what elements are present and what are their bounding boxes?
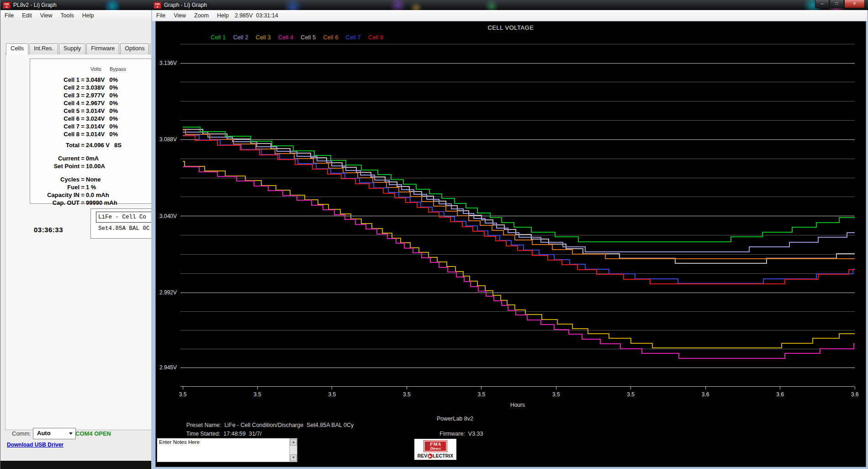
readout-value: 99990 mAh	[86, 199, 117, 207]
readout-row: Cell 2=3.038V0%	[32, 84, 152, 91]
menu-file[interactable]: File	[152, 11, 169, 20]
readout-extra: 8S	[114, 141, 122, 149]
readout-value: None	[86, 176, 101, 183]
scroll-up-icon[interactable]: ▲	[290, 439, 297, 446]
preset-name-field[interactable]: LiFe - Cell Co	[96, 212, 152, 223]
x-axis-label: 3.6	[851, 391, 859, 398]
readout-rows: Cell 1=3.048V0%Cell 2=3.038V0%Cell 3=2.9…	[32, 76, 152, 207]
readout-extra: 0%	[109, 99, 118, 107]
comm-port-dropdown[interactable]: Auto	[33, 428, 76, 439]
readout-label: Cell 5	[32, 107, 79, 115]
download-usb-driver-link[interactable]: Download USB Driver	[7, 442, 64, 448]
pl8v2-body: CellsInt.Res.SupplyFirmwareOptionsPreset…	[0, 21, 152, 461]
equals-sign: =	[79, 183, 86, 191]
readout-row: Cell 6=3.024V0%	[32, 115, 152, 123]
equals-sign: =	[79, 84, 86, 91]
comm-label: Comm:	[12, 430, 31, 437]
menu-file[interactable]: File	[0, 11, 18, 20]
x-axis-label: 3.5	[627, 391, 635, 398]
live-voltage-time-status: 2.985V 03:31:14	[233, 11, 280, 20]
x-axis-title: Hours	[510, 402, 525, 408]
readout-label: Cell 8	[32, 130, 79, 138]
readout-value: 24.096 V	[86, 141, 110, 149]
x-axis-label: 3.5	[179, 391, 187, 398]
readout-label: Current	[32, 155, 79, 162]
menu-help[interactable]: Help	[213, 11, 233, 20]
y-axis-label: 3.136V	[159, 60, 177, 66]
readout-value: 3.024V	[86, 115, 105, 123]
taskbar-edge	[0, 461, 152, 469]
readout-value: 3.014V	[86, 123, 105, 130]
equals-sign: =	[79, 107, 86, 115]
equals-sign: =	[79, 141, 86, 149]
readout-value: 2.967V	[86, 99, 105, 107]
readout-label: Cell 1	[32, 76, 79, 84]
preset-line-1: LiFe - Cell Co	[96, 212, 152, 222]
desktop: FMA PL8v2 - Li) Graph FileEditViewToolsH…	[0, 0, 868, 469]
equals-sign: =	[79, 130, 86, 138]
menu-view[interactable]: View	[36, 11, 57, 20]
equals-sign: =	[79, 123, 86, 130]
menu-help[interactable]: Help	[78, 11, 98, 20]
volts-header: Volts	[90, 66, 101, 72]
readout-extra: 0%	[109, 76, 118, 84]
readout-value: 1 %	[86, 183, 96, 191]
trace-cell5	[183, 129, 855, 263]
equals-sign: =	[79, 191, 86, 199]
y-axis-label: 3.088V	[159, 136, 177, 143]
equals-sign: =	[79, 162, 86, 170]
readout-label: Cycles	[32, 176, 79, 183]
titlebar-graph[interactable]: FMA Graph - Li) Graph ─ □ ✕	[151, 0, 868, 10]
readout-value: 2.977V	[86, 91, 105, 99]
readout-extra: 0%	[109, 91, 118, 99]
readout-value: 3.048V	[86, 76, 105, 84]
readout-extra: 0%	[109, 130, 118, 138]
notes-placeholder-text: Enter Notes Here	[159, 439, 200, 445]
firmware-label: Firmware:	[439, 431, 465, 437]
equals-sign: =	[79, 199, 86, 207]
tab-cells[interactable]: Cells	[6, 43, 28, 55]
trace-cell8	[183, 136, 855, 284]
y-axis-label: 2.992V	[159, 289, 177, 296]
menu-edit[interactable]: Edit	[18, 11, 36, 20]
readout-row: Capacity IN=0.0 mAh	[32, 191, 152, 199]
readout-row: Cell 1=3.048V0%	[32, 76, 152, 84]
fma-direct-logo: FMA Direct	[423, 440, 447, 452]
close-button[interactable]: ✕	[844, 0, 865, 8]
menu-zoom[interactable]: Zoom	[190, 11, 213, 20]
readout-label: Cell 3	[32, 91, 79, 99]
titlebar-pl8v2[interactable]: FMA PL8v2 - Li) Graph	[0, 0, 152, 10]
graph-client-area: CELL VOLTAGE Cell 1Cell 2Cell 3Cell 4Cel…	[155, 21, 866, 467]
readout-row: Cell 3=2.977V0%	[32, 91, 152, 99]
menu-view[interactable]: View	[169, 11, 190, 20]
tab-supply[interactable]: Supply	[59, 43, 85, 54]
tab-intres[interactable]: Int.Res.	[29, 43, 58, 54]
tab-firmware[interactable]: Firmware	[86, 43, 119, 54]
equals-sign: =	[79, 115, 86, 123]
tab-options[interactable]: Options	[120, 43, 149, 54]
x-axis-label: 3.5	[403, 391, 411, 398]
equals-sign: =	[79, 176, 86, 183]
readout-value: 3.014V	[86, 107, 105, 115]
trace-cell1	[183, 127, 855, 242]
notes-input[interactable]: Enter Notes Here ▲ ▼	[157, 438, 297, 462]
fma-app-icon: FMA	[3, 2, 11, 9]
readout-label: Set Point	[32, 162, 79, 170]
readout-extra: 0%	[109, 115, 118, 123]
tab-strip: CellsInt.Res.SupplyFirmwareOptionsPreset…	[6, 43, 152, 54]
scroll-down-icon[interactable]: ▼	[290, 454, 297, 461]
trace-cell6	[183, 130, 855, 259]
maximize-button[interactable]: □	[830, 0, 844, 8]
minimize-button[interactable]: ─	[815, 0, 829, 8]
readout-label: Cell 6	[32, 115, 79, 123]
equals-sign: =	[79, 76, 86, 84]
preset-line-2: Set4.85A BAL 0C	[96, 224, 150, 233]
menu-tools[interactable]: Tools	[57, 11, 78, 20]
readout-row: Total=24.096 V8S	[32, 141, 152, 149]
preset-box[interactable]: LiFe - Cell Co Set4.85A BAL 0C	[90, 208, 152, 239]
x-axis-label: 3.6	[776, 391, 784, 398]
readout-extra: 0%	[109, 107, 118, 115]
dropdown-arrow-icon	[69, 432, 73, 435]
comm-status: COM4 OPEN	[75, 430, 111, 437]
notes-scrollbar[interactable]: ▲ ▼	[289, 438, 297, 462]
